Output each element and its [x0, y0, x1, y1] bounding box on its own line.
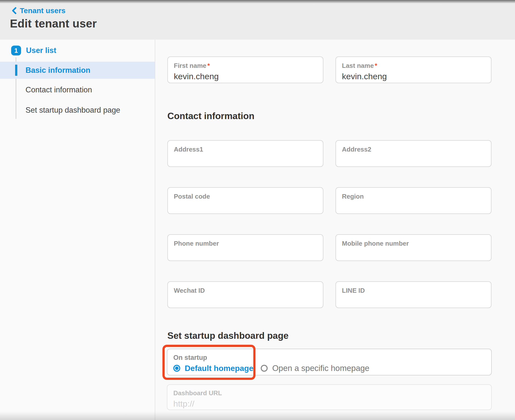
address1-label: Address1 [174, 146, 317, 153]
chevron-left-icon [11, 7, 17, 14]
back-link-tenant-users[interactable]: Tenant users [11, 6, 66, 15]
page-title: Edit tenant user [10, 17, 97, 30]
wechat-id-input[interactable] [174, 296, 317, 306]
last-name-input[interactable] [342, 71, 485, 81]
startup-radio-row: Default homepage Open a specific homepag… [173, 364, 485, 373]
specific-homepage-radio-label[interactable]: Open a specific homepage [272, 364, 369, 373]
default-homepage-radio-label[interactable]: Default homepage [185, 364, 253, 373]
region-input[interactable] [342, 202, 485, 212]
page-header: Tenant users Edit tenant user [0, 0, 515, 40]
line-id-field[interactable]: LINE ID [335, 281, 491, 308]
mobile-phone-number-label: Mobile phone number [342, 240, 485, 247]
sidebar-item-label: Set startup dashboard page [26, 106, 120, 115]
on-startup-label: On startup [173, 354, 485, 362]
sidebar-item-basic-information[interactable]: Basic information [0, 62, 155, 79]
step-number-badge: 1 [11, 46, 21, 55]
address1-input[interactable] [174, 155, 317, 165]
dashboard-url-field: Dashboard URL [167, 384, 492, 410]
address1-field[interactable]: Address1 [167, 140, 323, 167]
wechat-id-field[interactable]: Wechat ID [167, 281, 323, 308]
first-name-field[interactable]: First name* [167, 56, 323, 83]
postal-code-field[interactable]: Postal code [167, 187, 323, 214]
active-item-bar [15, 65, 17, 76]
line-id-input[interactable] [342, 296, 485, 306]
postal-code-label: Postal code [174, 193, 317, 200]
phone-number-input[interactable] [174, 249, 317, 259]
sidebar-item-label: Contact information [26, 85, 92, 94]
back-link-label: Tenant users [20, 6, 66, 15]
default-homepage-radio[interactable] [173, 365, 180, 372]
address2-field[interactable]: Address2 [335, 140, 491, 167]
specific-homepage-radio[interactable] [261, 365, 268, 372]
on-startup-group: On startup Default homepage Open a speci… [167, 349, 492, 375]
last-name-label: Last name* [342, 62, 485, 69]
address2-input[interactable] [342, 155, 485, 165]
sidebar-item-contact-information[interactable]: Contact information [0, 85, 155, 94]
steps-sidebar: 1 User list Basic information Contact in… [0, 40, 155, 420]
sidebar-step-user-list[interactable]: 1 User list [11, 46, 56, 55]
first-name-input[interactable] [174, 71, 317, 81]
mobile-phone-number-input[interactable] [342, 249, 485, 259]
sidebar-item-label: Basic information [26, 66, 90, 75]
postal-code-input[interactable] [174, 202, 317, 212]
first-name-label: First name* [174, 62, 317, 69]
required-asterisk: * [375, 62, 377, 69]
mobile-phone-number-field[interactable]: Mobile phone number [335, 234, 491, 261]
edit-tenant-user-page: Tenant users Edit tenant user 1 User lis… [0, 0, 515, 420]
form-area: First name* Last name* Contact informati… [155, 40, 515, 420]
wechat-id-label: Wechat ID [174, 287, 317, 294]
required-asterisk: * [207, 62, 210, 69]
phone-number-label: Phone number [174, 240, 317, 247]
dashboard-url-label: Dashboard URL [173, 389, 485, 397]
contact-information-heading: Contact information [167, 111, 254, 121]
set-startup-dashboard-heading: Set startup dashboard page [167, 331, 288, 341]
last-name-field[interactable]: Last name* [335, 56, 491, 83]
sidebar-item-set-startup-dashboard-page[interactable]: Set startup dashboard page [0, 106, 155, 115]
phone-number-field[interactable]: Phone number [167, 234, 323, 261]
step-label: User list [26, 46, 56, 55]
dashboard-url-input[interactable] [173, 399, 485, 409]
line-id-label: LINE ID [342, 287, 485, 294]
region-label: Region [342, 193, 485, 200]
address2-label: Address2 [342, 146, 485, 153]
region-field[interactable]: Region [335, 187, 491, 214]
